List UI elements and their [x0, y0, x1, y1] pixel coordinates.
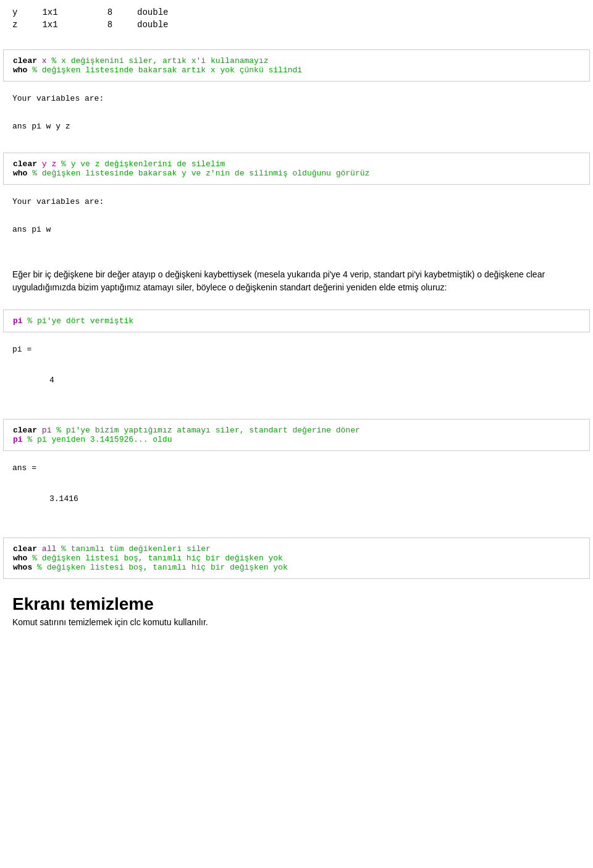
code-block-3: pi % pi'ye dört vermiştik: [3, 310, 590, 332]
var-bytes-y: [83, 6, 107, 19]
var-all: all: [42, 544, 56, 554]
comment-4: % değişken listesinde bakarsak y ve z'ni…: [32, 169, 369, 178]
code-line-2: who % değişken listesinde bakarsak artık…: [13, 65, 580, 75]
var-bytes-z: [83, 19, 107, 31]
var-type-y: double: [137, 6, 193, 19]
comment-6: % pi'ye bizim yaptığımız atamayı siler, …: [56, 426, 360, 435]
heading-text: Ekranı temizleme: [12, 594, 154, 613]
var-name-z: z: [12, 19, 42, 31]
var-bytes2-y: 8: [107, 6, 137, 19]
output-label-3: pi =: [12, 345, 581, 354]
subtext: Komut satırını temizlemek için clc komut…: [12, 617, 208, 627]
comment-1: % x değişkenini siler, artık x'i kullana…: [51, 56, 268, 65]
keyword-pi: pi: [13, 316, 23, 326]
prose-text-1: Eğer bir iç değişkene bir değer atayıp o…: [12, 269, 545, 292]
keyword-pi-2: pi: [13, 435, 23, 444]
comment-2: % değişken listesinde bakarsak artık x y…: [32, 65, 302, 75]
comment-7: % pi yeniden 3.1415926... oldu: [27, 435, 172, 444]
var-type-z: double: [137, 19, 193, 31]
vars-2: ans pi w: [12, 225, 581, 234]
keyword-who: who: [13, 65, 27, 75]
output-block-4: ans = 3.1416: [0, 457, 593, 531]
var-x: x: [42, 56, 47, 65]
var-size-z: 1x1: [42, 19, 82, 31]
keyword-who-2: who: [13, 169, 27, 178]
output-block-1: Your variables are: ans pi w y z: [0, 88, 593, 146]
comment-10: % değişken listesi boş, tanımlı hiç bir …: [37, 563, 288, 572]
comment-5: % pi'ye dört vermiştik: [27, 316, 133, 326]
var-name-y: y: [12, 6, 42, 19]
output-block-3: pi = 4: [0, 339, 593, 413]
table-row: z 1x1 8 double: [12, 19, 193, 31]
top-table: y 1x1 8 double z 1x1 8 double: [0, 0, 593, 43]
code-line-6: clear pi % pi'ye bizim yaptığımız atamay…: [13, 426, 580, 435]
code-block-4: clear pi % pi'ye bizim yaptığımız atamay…: [3, 419, 590, 451]
var-size-y: 1x1: [42, 6, 82, 19]
code-line-5: pi % pi'ye dört vermiştik: [13, 316, 580, 326]
var-bytes2-z: 8: [107, 19, 137, 31]
keyword-clear-3: clear: [13, 426, 37, 435]
code-line-7: pi % pi yeniden 3.1415926... oldu: [13, 435, 580, 444]
keyword-clear-4: clear: [13, 544, 37, 554]
var-pi: pi: [42, 426, 52, 435]
code-line-8: clear all % tanımlı tüm değikenleri sile…: [13, 544, 580, 554]
output-block-2: Your variables are: ans pi w: [0, 191, 593, 259]
section-subtext: Komut satırını temizlemek için clc komut…: [0, 617, 593, 633]
output-label-1: Your variables are:: [12, 94, 581, 103]
code-block-5: clear all % tanımlı tüm değikenleri sile…: [3, 537, 590, 579]
code-line-10: whos % değişken listesi boş, tanımlı hiç…: [13, 563, 580, 572]
table-row: y 1x1 8 double: [12, 6, 193, 19]
comment-3: % y ve z değişkenlerini de silelim: [61, 159, 225, 169]
comment-8: % tanımlı tüm değikenleri siler: [61, 544, 211, 554]
keyword-whos: whos: [13, 563, 32, 572]
code-line-4: who % değişken listesinde bakarsak y ve …: [13, 169, 580, 178]
keyword-who-3: who: [13, 554, 27, 563]
code-line-9: who % değişken listesi boş, tanımlı hiç …: [13, 554, 580, 563]
value-pi: 3.1416: [12, 491, 581, 516]
keyword-clear-2: clear: [13, 159, 37, 169]
keyword-clear: clear: [13, 56, 37, 65]
prose-block-1: Eğer bir iç değişkene bir değer atayıp o…: [0, 259, 593, 303]
var-yz: y z: [42, 159, 56, 169]
vars-1: ans pi w y z: [12, 122, 581, 131]
output-label-2: Your variables are:: [12, 197, 581, 206]
code-block-2: clear y z % y ve z değişkenlerini de sil…: [3, 153, 590, 185]
section-heading: Ekranı temizleme: [0, 585, 593, 617]
value-4: 4: [12, 373, 581, 397]
code-block-1: clear x % x değişkenini siler, artık x'i…: [3, 49, 590, 82]
output-label-4: ans =: [12, 463, 581, 473]
comment-9: % değişken listesi boş, tanımlı hiç bir …: [32, 554, 283, 563]
code-line-3: clear y z % y ve z değişkenlerini de sil…: [13, 159, 580, 169]
code-line-1: clear x % x değişkenini siler, artık x'i…: [13, 56, 580, 65]
